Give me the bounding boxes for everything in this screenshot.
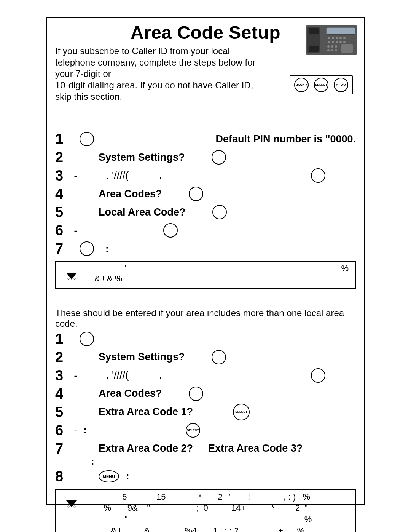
svg-point-6	[343, 37, 346, 39]
button-placeholder-icon	[80, 132, 94, 146]
default-pin-text: Default PIN number is "0000.	[216, 133, 356, 145]
step-number: 5	[55, 405, 72, 419]
svg-point-22	[68, 278, 69, 280]
step-number: 6	[55, 423, 72, 438]
svg-rect-1	[326, 27, 355, 34]
step-number: 2	[55, 150, 72, 165]
note-box-1: " % & ! & %	[55, 261, 356, 289]
step-5b: 5 Extra Area Code 1? SELECT	[55, 403, 356, 421]
step-number: 4	[55, 387, 72, 401]
arrow-down-icon	[63, 492, 80, 509]
steps-section-1: 1 Default PIN number is "0000. 2 System …	[55, 130, 356, 289]
steps-section-2: 1 2 System Settings? 3 - . '////( . 4 Ar…	[55, 330, 356, 532]
intro-line-2: 10-digit dialing area. If you do not hav…	[55, 80, 253, 102]
phone-illustration	[303, 22, 360, 57]
step-7: 7 :	[55, 240, 356, 258]
step-number: 3	[55, 168, 72, 183]
svg-point-23	[74, 278, 75, 280]
colon: :	[91, 455, 94, 467]
step-number: 8	[55, 469, 72, 484]
step-number: 2	[55, 350, 72, 364]
svg-point-3	[332, 37, 334, 39]
svg-point-17	[335, 49, 337, 51]
select-button[interactable]: SELECT	[314, 78, 328, 92]
step-1: 1 Default PIN number is "0000.	[55, 130, 356, 148]
nav-button-box: BACK < SELECT > FWD	[290, 75, 353, 94]
dash: -	[72, 224, 80, 236]
svg-point-9	[336, 41, 338, 43]
section-2-intro: These should be entered if your area inc…	[55, 308, 356, 329]
step-label: Area Codes?	[99, 188, 162, 200]
svg-point-14	[335, 45, 337, 48]
step-2b: 2 System Settings?	[55, 348, 356, 366]
dash: -	[72, 424, 80, 436]
select-button[interactable]: SELECT	[186, 423, 200, 438]
extra-area-code-3-label: Extra Area Code 3?	[208, 443, 303, 454]
button-placeholder-icon	[189, 187, 203, 201]
button-placeholder-icon	[212, 150, 226, 165]
step-7b-sub: :	[55, 455, 356, 467]
svg-point-15	[327, 49, 330, 51]
step-1b: 1	[55, 330, 356, 348]
step-8b: 8 MENU :	[55, 467, 356, 486]
button-placeholder-icon	[212, 205, 227, 219]
step-6b: 6 - : SELECT	[55, 421, 356, 439]
button-placeholder-icon	[189, 387, 203, 401]
dash: -	[72, 169, 80, 182]
note-symbol: %	[341, 264, 349, 273]
intro-text: If you subscribe to Caller ID from your …	[55, 45, 268, 102]
svg-point-2	[328, 37, 330, 39]
svg-point-8	[332, 41, 334, 43]
step-6: 6 -	[55, 221, 356, 240]
button-placeholder-icon	[80, 241, 94, 256]
step-number: 4	[55, 187, 72, 201]
step-label: Local Area Code?	[99, 206, 186, 218]
step-label: System Settings?	[99, 351, 185, 363]
step-number: 1	[55, 132, 72, 146]
step-4b: 4 Area Codes?	[55, 385, 356, 403]
step-4: 4 Area Codes?	[55, 185, 356, 203]
step-3: 3 - . '////( .	[55, 166, 356, 185]
note-box-2: 5 ' 15 * 2 " ! , : ) % % 9& " ; 0 14+ * …	[55, 489, 356, 532]
note-text: & ! & %	[94, 273, 351, 284]
svg-point-5	[339, 37, 342, 39]
svg-rect-20	[309, 28, 319, 34]
select-button[interactable]: SELECT	[233, 404, 250, 420]
step-label: Area Codes?	[99, 388, 162, 399]
button-placeholder-icon	[80, 332, 94, 346]
step-5: 5 Local Area Code?	[55, 203, 356, 221]
colon: :	[105, 243, 109, 255]
note-text: 5 ' 15 * 2 " ! , : ) % % 9& " ; 0 14+ * …	[94, 491, 351, 532]
button-placeholder-icon	[311, 368, 325, 383]
svg-point-13	[331, 45, 333, 48]
step-number: 1	[55, 332, 72, 346]
note-symbol: "	[125, 264, 128, 273]
step-number: 6	[55, 223, 72, 238]
step-2: 2 System Settings?	[55, 148, 356, 166]
intro-line-1: If you subscribe to Caller ID from your …	[55, 46, 256, 79]
step-text: . '////(	[106, 170, 129, 182]
step-number: 5	[55, 205, 72, 219]
svg-point-25	[74, 506, 75, 507]
back-button[interactable]: BACK <	[294, 78, 309, 92]
button-placeholder-icon	[212, 350, 226, 364]
extra-area-code-2-label: Extra Area Code 2?	[99, 443, 193, 454]
svg-rect-21	[309, 46, 319, 52]
colon: :	[126, 470, 129, 482]
svg-point-16	[331, 49, 333, 51]
step-number: 3	[55, 368, 72, 383]
arrow-down-icon	[63, 264, 80, 281]
button-placeholder-icon	[163, 223, 178, 238]
step-label: Extra Area Code 1?	[99, 406, 193, 418]
step-label: System Settings?	[99, 152, 185, 163]
dot: .	[159, 170, 162, 182]
menu-button[interactable]: MENU	[99, 470, 119, 482]
colon: :	[83, 424, 87, 436]
button-placeholder-icon	[311, 168, 325, 183]
step-3b: 3 - . '////( .	[55, 366, 356, 385]
svg-point-12	[327, 45, 330, 48]
fwd-button[interactable]: > FWD	[334, 78, 348, 92]
step-number: 7	[55, 241, 72, 256]
svg-point-7	[328, 41, 330, 43]
svg-rect-18	[341, 44, 353, 53]
